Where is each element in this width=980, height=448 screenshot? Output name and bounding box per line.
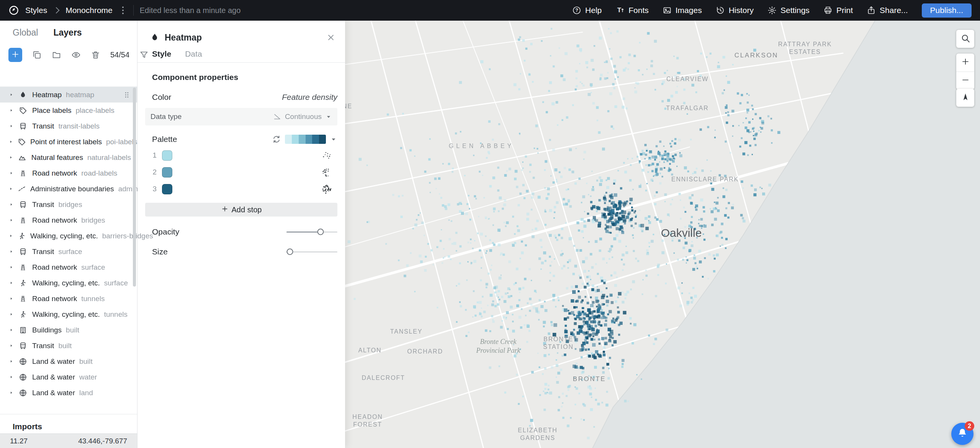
color-value[interactable]: Feature density xyxy=(282,93,337,102)
expand-caret-icon[interactable] xyxy=(8,312,14,317)
visibility-eye-icon[interactable] xyxy=(71,50,81,60)
tab-layers[interactable]: Layers xyxy=(53,28,82,38)
palette-gradient[interactable] xyxy=(285,135,326,144)
compass-bearing-button[interactable] xyxy=(956,89,974,107)
map-canvas[interactable] xyxy=(345,21,980,448)
expand-caret-icon[interactable] xyxy=(8,124,14,129)
breadcrumb-styles[interactable]: Styles xyxy=(25,6,47,15)
expand-caret-icon[interactable] xyxy=(8,218,14,223)
layer-row-13-tunnels[interactable]: Road networktunnels xyxy=(0,291,137,306)
expand-caret-icon[interactable] xyxy=(8,186,13,191)
plus-icon xyxy=(221,205,229,215)
layer-row-4-natural-labels[interactable]: Natural featuresnatural-labels xyxy=(0,150,137,165)
expand-caret-icon[interactable] xyxy=(8,359,14,364)
layer-row-2-transit-labels[interactable]: Transittransit-labels xyxy=(0,118,137,134)
topbar: Styles Monochrome Edited less than a min… xyxy=(0,0,980,21)
topbar-fonts-button[interactable]: TFonts xyxy=(615,6,649,15)
topbar-images-button[interactable]: Images xyxy=(663,6,702,15)
layer-row-18-water[interactable]: Land & waterwater xyxy=(0,369,137,385)
opacity-row: Opacity xyxy=(145,227,337,236)
transit-icon xyxy=(18,122,28,130)
expand-caret-icon[interactable] xyxy=(8,202,14,207)
expand-caret-icon[interactable] xyxy=(8,375,14,380)
expand-caret-icon[interactable] xyxy=(8,343,14,348)
layer-row-0-heatmap[interactable]: Heatmapheatmap xyxy=(0,87,137,103)
expand-caret-icon[interactable] xyxy=(8,139,13,144)
add-layer-button[interactable] xyxy=(8,48,22,62)
sliders: OpacitySize xyxy=(145,227,337,256)
style-options-kebab-icon[interactable] xyxy=(122,5,124,15)
layer-row-5-road-labels[interactable]: Road networkroad-labels xyxy=(0,165,137,181)
slider-knob[interactable] xyxy=(317,229,324,235)
expand-caret-icon[interactable] xyxy=(8,296,14,301)
publish-button[interactable]: Publish... xyxy=(922,3,972,18)
topbar-print-button[interactable]: Print xyxy=(823,6,853,15)
group-folder-icon[interactable] xyxy=(52,50,61,60)
stop-color-swatch[interactable] xyxy=(162,150,172,161)
expand-caret-icon[interactable] xyxy=(8,92,14,97)
stop-color-swatch[interactable] xyxy=(162,167,172,178)
expand-caret-icon[interactable] xyxy=(8,390,14,395)
stop-color-swatch[interactable] xyxy=(162,184,172,194)
opacity-slider[interactable] xyxy=(286,231,337,233)
layer-row-19-land[interactable]: Land & waterland xyxy=(0,385,137,401)
tab-data[interactable]: Data xyxy=(185,49,202,59)
layer-name: Heatmap xyxy=(32,91,62,99)
data-type-row[interactable]: Data type Continuous xyxy=(145,108,337,125)
layer-row-17-built[interactable]: Land & waterbuilt xyxy=(0,354,137,369)
expand-caret-icon[interactable] xyxy=(8,108,14,113)
layer-row-1-place-labels[interactable]: Place labelsplace-labels xyxy=(0,103,137,118)
tab-global[interactable]: Global xyxy=(13,28,38,38)
layer-row-11-surface[interactable]: Road networksurface xyxy=(0,259,137,275)
road-icon xyxy=(18,169,28,178)
layer-row-6-admin[interactable]: Administrative boundariesadmin xyxy=(0,181,137,197)
layer-row-3-poi-labels[interactable]: Point of interest labelspoi-labels xyxy=(0,134,137,150)
topbar-history-button[interactable]: History xyxy=(716,6,754,15)
topbar-share-button[interactable]: Share... xyxy=(867,6,908,15)
add-stop-button[interactable]: Add stop xyxy=(145,203,337,217)
topbar-item-label: Settings xyxy=(780,6,810,15)
tab-style[interactable]: Style xyxy=(152,49,171,59)
svg-text:T: T xyxy=(617,7,622,14)
filter-icon[interactable] xyxy=(139,50,149,59)
chevron-down-icon[interactable] xyxy=(330,135,337,143)
delete-trash-icon[interactable] xyxy=(91,50,100,60)
expand-caret-icon[interactable] xyxy=(8,265,14,270)
duplicate-icon[interactable] xyxy=(32,50,42,60)
layer-row-12-surface[interactable]: Walking, cycling, etc.surface xyxy=(0,275,137,291)
plus-icon xyxy=(961,57,970,68)
topbar-settings-button[interactable]: Settings xyxy=(767,6,810,15)
layer-row-10-surface[interactable]: Transitsurface xyxy=(0,244,137,259)
layer-sublabel: tunnels xyxy=(81,295,105,303)
layer-row-14-tunnels[interactable]: Walking, cycling, etc.tunnels xyxy=(0,306,137,322)
imports-title: Imports xyxy=(13,422,124,431)
layer-row-9-barriers-bridges[interactable]: Walking, cycling, etc.barriers-bridges xyxy=(0,228,137,244)
expand-caret-icon[interactable] xyxy=(8,280,14,285)
drag-handle-icon[interactable] xyxy=(123,91,131,99)
sidebar-scrollbar[interactable] xyxy=(133,88,136,287)
expand-caret-icon[interactable] xyxy=(8,171,14,176)
map-search-button[interactable] xyxy=(956,30,974,48)
expand-caret-icon[interactable] xyxy=(8,233,13,238)
refresh-cycle-icon[interactable] xyxy=(272,135,281,144)
zoom-in-button[interactable] xyxy=(956,54,974,72)
close-icon[interactable] xyxy=(326,33,336,42)
expand-caret-icon[interactable] xyxy=(8,155,13,160)
size-slider[interactable] xyxy=(286,251,337,253)
expand-caret-icon[interactable] xyxy=(8,249,14,254)
layer-row-7-bridges[interactable]: Transitbridges xyxy=(0,197,137,212)
layer-row-16-built[interactable]: Transitbuilt xyxy=(0,338,137,354)
notifications-bell-button[interactable]: 2 xyxy=(951,423,973,445)
palette-stop-row: 1 xyxy=(145,147,337,164)
layer-sublabel: road-labels xyxy=(81,169,117,178)
layer-name: Road network xyxy=(32,169,77,178)
map-view: CLARKSONRATTRAY PARK ESTATESCLEARVIEWTRA… xyxy=(345,21,980,448)
layer-row-15-built[interactable]: Buildingsbuilt xyxy=(0,322,137,338)
topbar-help-button[interactable]: ?Help xyxy=(572,6,602,15)
mapbox-logo[interactable] xyxy=(8,5,19,16)
expand-caret-icon[interactable] xyxy=(8,327,14,332)
layer-sublabel: tunnels xyxy=(104,310,128,319)
zoom-out-button[interactable] xyxy=(956,72,974,90)
layer-row-8-bridges[interactable]: Road networkbridges xyxy=(0,212,137,228)
slider-knob[interactable] xyxy=(287,249,293,255)
